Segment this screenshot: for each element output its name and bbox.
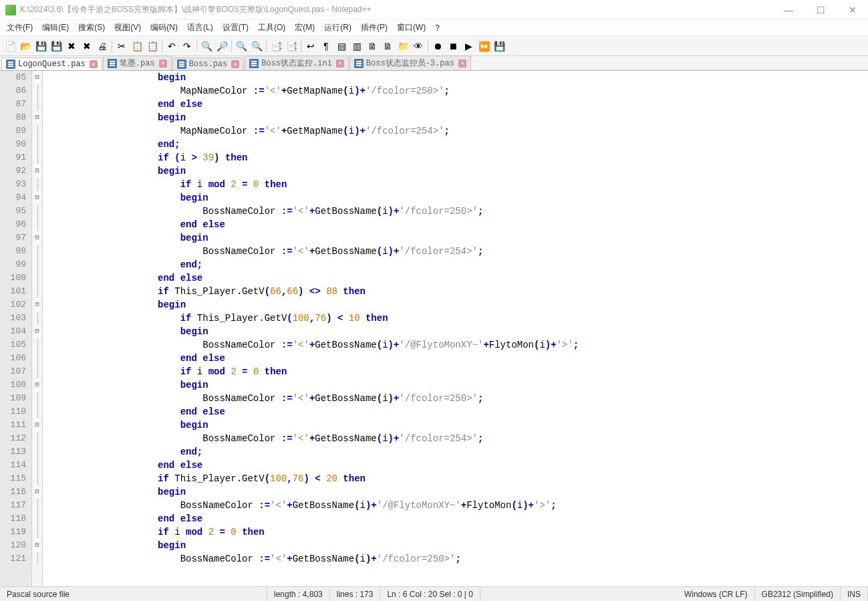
code-line[interactable]: if (i > 39) then [45,151,868,164]
code-line[interactable]: end; [45,138,868,151]
code-line[interactable]: begin [45,71,868,84]
closeall-icon[interactable]: ✖ [80,39,94,53]
code-line[interactable]: BossNameColor :='<'+GetBossName(i)+'/fco… [45,432,868,445]
lang-icon[interactable]: 🗎 [365,39,380,53]
menu-file[interactable]: 文件(F) [3,21,37,35]
menu-language[interactable]: 语言(L) [183,21,217,35]
save-icon[interactable]: 💾 [33,39,48,53]
code-line[interactable]: begin [45,111,868,124]
code-line[interactable]: BossNameColor :='<'+GetBossName(i)+'/fco… [45,552,868,566]
rec-icon[interactable]: ⏺ [430,39,445,53]
editor[interactable]: 8586878889909192939495969798991001011021… [0,71,868,586]
code-line[interactable]: MapNameColor :='<'+GetMapName(i)+'/fcolo… [45,124,868,138]
tab-close-icon[interactable]: ✕ [336,59,344,68]
menu-plugins[interactable]: 插件(P) [357,21,392,35]
code-line[interactable]: end else [45,512,868,525]
fold-gutter[interactable] [32,71,43,586]
macrosave-icon[interactable]: 💾 [492,39,507,53]
code-line[interactable]: begin [45,191,868,205]
tab-close-icon[interactable]: ✕ [90,60,98,68]
status-encoding[interactable]: GB2312 (Simplified) [755,587,841,601]
fold-collapse-icon[interactable] [32,164,42,178]
code-line[interactable]: BossNameColor :='<'+GetBossName(i)+'/@Fl… [45,499,868,512]
minimize-button[interactable]: — [778,5,799,15]
fold-collapse-icon[interactable] [32,298,42,312]
fold-collapse-icon[interactable] [32,191,42,205]
close-button[interactable]: ✕ [843,5,863,15]
indent-icon[interactable]: ▤ [334,39,349,53]
menu-help[interactable]: ? [431,22,444,34]
maximize-button[interactable]: ☐ [811,5,831,15]
code-line[interactable]: BossNameColor :='<'+GetBossName(i)+'/@Fl… [45,338,868,352]
code-line[interactable]: begin [45,231,868,245]
fold-collapse-icon[interactable] [32,378,42,392]
menu-macro[interactable]: 宏(M) [291,21,319,35]
undo-icon[interactable]: ↶ [164,39,179,53]
code-line[interactable]: BossNameColor :='<'+GetBossName(i)+'/fco… [45,245,868,258]
close-icon[interactable]: ✖ [64,39,79,53]
tab-close-icon[interactable]: ✕ [458,59,466,68]
tab-close-icon[interactable]: ✕ [231,60,239,68]
menu-encoding[interactable]: 编码(N) [146,21,182,35]
code-line[interactable]: if This_Player.GetV(100,76) < 10 then [45,312,868,325]
code-line[interactable]: end else [45,352,868,365]
code-line[interactable]: BossNameColor :='<'+GetBossName(i)+'/fco… [45,205,868,218]
code-line[interactable]: if This_Player.GetV(66,66) <> 88 then [45,285,868,298]
code-line[interactable]: end else [45,405,868,418]
menu-run[interactable]: 运行(R) [320,21,355,35]
code-line[interactable]: end else [45,98,868,111]
fold-collapse-icon[interactable] [32,325,42,338]
tab-2[interactable]: Boss.pas✕ [172,57,245,70]
new-icon[interactable]: 📄 [3,39,17,53]
status-insert-mode[interactable]: INS [841,587,868,601]
code-line[interactable]: if i mod 2 = 0 then [45,365,868,378]
code-line[interactable]: begin [45,485,868,499]
sync2-icon[interactable]: 📑 [284,39,299,53]
code-line[interactable]: end; [45,258,868,271]
replace-icon[interactable]: 🔎 [214,39,229,53]
showall-icon[interactable]: ¶ [319,39,333,53]
udl-icon[interactable]: 🗎 [380,39,395,53]
code-line[interactable]: begin [45,378,868,392]
print-icon[interactable]: 🖨 [95,39,110,53]
code-line[interactable]: if This_Player.GetV(100,76) < 20 then [45,472,868,485]
code-line[interactable]: end else [45,218,868,231]
status-eol[interactable]: Windows (CR LF) [678,587,755,601]
fold-collapse-icon[interactable] [32,485,42,499]
tab-4[interactable]: Boss状态监控员-3.pas✕ [349,55,471,70]
wrap-icon[interactable]: ↩ [303,39,318,53]
code-line[interactable]: end else [45,459,868,472]
code-line[interactable]: end; [45,445,868,459]
fold-collapse-icon[interactable] [32,71,42,84]
copy-icon[interactable]: 📋 [130,39,144,53]
play-icon[interactable]: ▶ [461,39,476,53]
fold-collapse-icon[interactable] [32,418,42,432]
tab-3[interactable]: Boss状态监控.ini✕ [245,55,349,70]
cut-icon[interactable]: ✂ [114,39,129,53]
monitor-icon[interactable]: 👁 [411,39,426,53]
tab-1[interactable]: 笔墨.pas✕ [103,55,172,70]
guide-icon[interactable]: ▥ [349,39,364,53]
code-line[interactable]: begin [45,164,868,178]
menu-view[interactable]: 视图(V) [110,21,145,35]
stop-icon[interactable]: ⏹ [446,39,460,53]
saveall-icon[interactable]: 💾 [49,39,63,53]
menu-window[interactable]: 窗口(W) [393,21,430,35]
code-line[interactable]: begin [45,325,868,338]
playmulti-icon[interactable]: ⏩ [476,39,491,53]
code-line[interactable]: end else [45,271,868,285]
zoomout-icon[interactable]: 🔍 [249,39,264,53]
sync-icon[interactable]: 📑 [269,39,283,53]
menu-edit[interactable]: 编辑(E) [38,21,73,35]
fold-collapse-icon[interactable] [32,111,42,124]
fold-collapse-icon[interactable] [32,231,42,245]
paste-icon[interactable]: 📋 [145,39,160,53]
code-line[interactable]: MapNameColor :='<'+GetMapName(i)+'/fcolo… [45,84,868,98]
redo-icon[interactable]: ↷ [180,39,194,53]
menu-settings[interactable]: 设置(T) [219,21,253,35]
find-icon[interactable]: 🔍 [199,39,214,53]
open-icon[interactable]: 📂 [18,39,33,53]
zoomin-icon[interactable]: 🔍 [234,39,249,53]
code-line[interactable]: begin [45,298,868,312]
fold-collapse-icon[interactable] [32,539,42,552]
